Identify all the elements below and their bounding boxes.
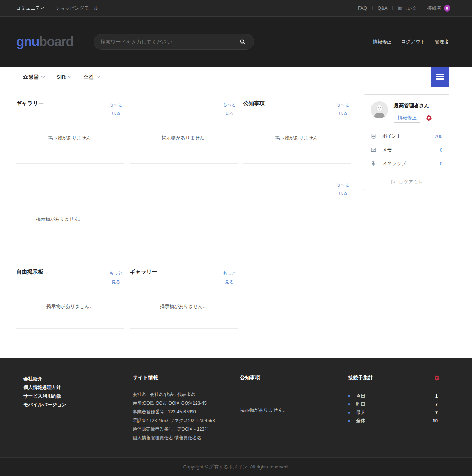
hamburger-menu-button[interactable]: [431, 67, 449, 87]
board-title: ギャラリー: [130, 269, 157, 275]
topbar-link-new-posts[interactable]: 新しい文: [398, 5, 417, 12]
user-panel: 最高管理者さん 情報修正 ポイント 200: [364, 94, 449, 190]
copyright-bar: Copyright © 所有するドメイン. All rights reserve…: [0, 457, 472, 476]
topbar-link-shopping-mall[interactable]: ショッピングモール: [55, 5, 98, 12]
main-content: ギャラリー もっと見る 掲示物がありません. もっと見る 掲示物がありません. …: [0, 87, 472, 358]
connected-count-badge: 0: [444, 5, 450, 12]
empty-message: 掲示物がありません。: [16, 303, 124, 310]
divider: [396, 40, 396, 44]
stat-label: 全体: [356, 418, 365, 424]
gear-icon[interactable]: [434, 375, 440, 381]
more-link[interactable]: もっと見る: [335, 100, 351, 118]
nav-item-label: 스킨: [83, 73, 94, 80]
more-link[interactable]: もっと見る: [108, 269, 124, 287]
more-link[interactable]: もっと見る: [221, 100, 238, 118]
site-info-line: 会社名 : 会社名/代表 : 代表者名: [133, 390, 240, 399]
bullet-icon: [348, 412, 350, 414]
topbar-link-community[interactable]: コミュニティ: [16, 5, 45, 12]
points-value: 200: [435, 134, 442, 139]
stat-label: 今日: [356, 393, 365, 399]
footer-link-privacy[interactable]: 個人情報処理方針: [23, 383, 133, 392]
stat-value: 1: [435, 393, 440, 399]
more-link[interactable]: もっと見る: [108, 100, 124, 118]
footer-link-terms[interactable]: サービス利用約款: [23, 392, 133, 400]
logo-text-board: board: [39, 34, 73, 49]
topbar-link-faq[interactable]: FAQ: [358, 5, 367, 11]
footer-visitor-stats: 接続子集計 今日 1 昨日 7 最大: [348, 374, 440, 442]
site-info-line: 事業者登録番号 : 123-45-67890: [133, 408, 240, 416]
points-row[interactable]: ポイント 200: [371, 129, 442, 143]
chevron-down-icon: [94, 76, 100, 78]
stat-value: 7: [435, 410, 440, 415]
points-label: ポイント: [382, 133, 401, 139]
search-bar: [94, 34, 254, 50]
scrap-label: スクラップ: [382, 160, 406, 167]
footer-links: 会社紹介 個人情報処理方針 サービス利用約款 モバイルバージョン: [23, 374, 133, 442]
board-free-board: 自由掲示板 もっと見る 掲示物がありません。: [16, 263, 124, 329]
stat-row-yesterday: 昨日 7: [348, 400, 440, 408]
site-info-line: 電話:02-123-4567 ファクス:02-123-4568: [133, 416, 240, 425]
search-icon: [240, 39, 246, 45]
header: gnuboard 情報修正 ログアウト 管理者: [0, 17, 472, 67]
stat-label: 昨日: [356, 401, 365, 408]
empty-message: 掲示物がありません。: [130, 303, 238, 310]
site-info-line: 個人情報管理責任者:情報責任者名: [133, 434, 240, 442]
site-logo[interactable]: gnuboard: [16, 34, 74, 49]
hamburger-icon: [436, 78, 444, 80]
board-title: 公知事項: [243, 100, 265, 107]
nav-item-shopping[interactable]: 쇼핑몰: [23, 73, 45, 80]
empty-message: 掲示物がありません.: [243, 135, 351, 141]
topbar-link-connected-users[interactable]: 接続者: [427, 5, 441, 12]
copyright-text: Copyright © 所有するドメイン. All rights reserve…: [183, 464, 289, 470]
user-name: 最高管理者さん: [394, 101, 432, 109]
empty-message: 掲示物がありません。: [36, 216, 84, 223]
logout-label: ログアウト: [399, 179, 423, 185]
stat-value: 7: [435, 401, 440, 407]
coins-icon: [371, 133, 377, 139]
board-gallery: ギャラリー もっと見る 掲示物がありません.: [16, 94, 124, 164]
memo-label: メモ: [382, 147, 392, 153]
pushpin-icon: [371, 161, 377, 166]
footer-link-mobile[interactable]: モバイルバージョン: [23, 400, 133, 409]
board-gallery-2: ギャラリー もっと見る 掲示物がありません。: [130, 263, 238, 329]
stat-row-max: 最大 7: [348, 408, 440, 417]
stat-row-total: 全体 10: [348, 417, 440, 425]
nav-item-label: SIR: [57, 74, 66, 80]
site-info-line: 通信販売業申告番号 : 第OO区 - 123号: [133, 425, 240, 434]
stats-title: 接続子集計: [348, 374, 373, 381]
header-link-admin[interactable]: 管理者: [435, 39, 449, 45]
site-info-line: 住所:OO島 OO市 OO区 OO洞123-45: [133, 399, 240, 408]
scrap-row[interactable]: スクラップ 0: [371, 157, 442, 170]
footer: 会社紹介 個人情報処理方針 サービス利用約款 モバイルバージョン サイト情報 会…: [0, 358, 472, 457]
empty-message: 掲示物がありません.: [130, 135, 238, 141]
board-latest-wide: もっと見る 掲示物がありません。: [16, 176, 351, 263]
header-link-logout[interactable]: ログアウト: [401, 39, 425, 45]
bullet-icon: [348, 420, 350, 422]
site-info-title: サイト情報: [133, 374, 240, 381]
divider: [392, 6, 393, 10]
footer-link-company[interactable]: 会社紹介: [23, 374, 133, 383]
more-link[interactable]: もっと見る: [221, 269, 238, 287]
notice-title: 公知事項: [240, 374, 348, 381]
mail-icon: [371, 147, 377, 153]
divider: [430, 40, 430, 44]
chevron-down-icon: [39, 76, 45, 78]
logout-icon: [391, 179, 396, 185]
chevron-down-icon: [66, 76, 72, 78]
memo-value: 0: [440, 147, 442, 153]
memo-row[interactable]: メモ 0: [371, 143, 442, 157]
bullet-icon: [348, 395, 350, 397]
more-link[interactable]: もっと見る: [335, 180, 351, 198]
nav-item-sir[interactable]: SIR: [57, 74, 72, 80]
edit-info-button[interactable]: 情報修正: [394, 113, 420, 123]
topbar-link-qna[interactable]: Q&A: [378, 5, 387, 11]
gear-icon[interactable]: [426, 114, 432, 121]
search-input[interactable]: [101, 39, 238, 45]
header-link-edit-info[interactable]: 情報修正: [373, 39, 391, 45]
nav-item-skin[interactable]: 스킨: [83, 73, 100, 80]
search-button[interactable]: [238, 37, 247, 46]
stat-row-today: 今日 1: [348, 392, 440, 400]
logout-button[interactable]: ログアウト: [364, 174, 449, 190]
empty-message: 掲示物がありません.: [16, 135, 124, 141]
divider: [372, 6, 373, 10]
